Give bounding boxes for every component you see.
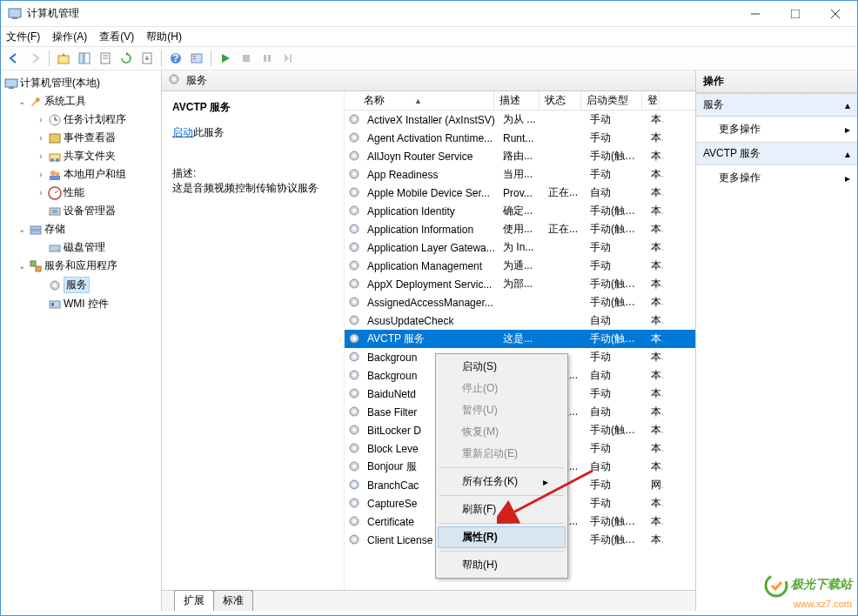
expand-icon[interactable]: › <box>36 151 46 162</box>
refresh-button[interactable] <box>117 49 136 68</box>
collapse-icon: ▴ <box>845 148 850 160</box>
service-row[interactable]: AllJoyn Router Service路由...手动(触发...本 <box>345 147 695 165</box>
maximize-button[interactable] <box>775 1 815 27</box>
svg-rect-16 <box>193 56 196 57</box>
menu-file[interactable]: 文件(F) <box>6 30 40 44</box>
tree-system-tools[interactable]: ⌄ 系统工具 <box>1 92 161 110</box>
col-desc[interactable]: 描述 <box>494 91 540 110</box>
service-row[interactable]: Application Layer Gatewa...为 In...手动本 <box>345 238 695 257</box>
service-row[interactable]: Agent Activation Runtime...Runt...手动本 <box>345 129 695 147</box>
tree-task-scheduler[interactable]: ›任务计划程序 <box>1 110 161 129</box>
tree-device-manager[interactable]: ›设备管理器 <box>1 202 161 220</box>
svg-rect-37 <box>52 210 57 213</box>
minimize-button[interactable] <box>735 1 775 27</box>
expand-icon[interactable]: › <box>36 188 46 198</box>
ctx-help[interactable]: 帮助(H) <box>438 554 566 576</box>
start-link[interactable]: 启动 <box>172 126 193 138</box>
ctx-start[interactable]: 启动(S) <box>438 356 566 378</box>
service-row[interactable]: Application Information使用...正在...手动(触发..… <box>345 220 695 238</box>
play-button[interactable] <box>216 49 235 68</box>
menu-action[interactable]: 操作(A) <box>52 30 87 44</box>
start-service-link-row: 启动此服务 <box>172 125 333 140</box>
service-row[interactable]: Application Management为通...手动本 <box>345 257 695 275</box>
service-row[interactable]: Apple Mobile Device Ser...Prov...正在...自动… <box>345 184 695 202</box>
ctx-refresh[interactable]: 刷新(F) <box>438 499 566 520</box>
svg-rect-15 <box>191 54 202 63</box>
cell-desc: 当用... <box>498 167 543 182</box>
back-button[interactable] <box>4 49 23 68</box>
actions-more-2[interactable]: 更多操作▸ <box>696 165 857 191</box>
service-row[interactable]: AppX Deployment Servic...为部...手动(触发...本 <box>345 275 695 293</box>
tree-performance[interactable]: ›性能 <box>1 184 161 202</box>
actions-header: 操作 <box>696 70 857 93</box>
collapse-icon[interactable]: ⌄ <box>17 97 27 107</box>
expand-icon[interactable]: › <box>36 133 46 144</box>
col-name[interactable]: 名称▲ <box>345 91 494 110</box>
collapse-icon[interactable]: ⌄ <box>17 224 27 235</box>
cell-logon: 本 <box>646 295 663 310</box>
up-button[interactable] <box>54 49 73 68</box>
gear-icon <box>348 113 362 127</box>
stop-button[interactable] <box>237 49 256 68</box>
col-status[interactable]: 状态 <box>540 91 581 110</box>
folder-share-icon <box>48 150 62 164</box>
menu-view[interactable]: 查看(V) <box>99 30 134 44</box>
filter-button[interactable] <box>187 49 206 68</box>
cell-start: 手动(触发... <box>585 423 646 438</box>
tree-storage[interactable]: ⌄存储 <box>1 220 161 238</box>
ctx-resume: 恢复(M) <box>438 421 566 443</box>
cell-start: 手动(触发... <box>585 149 646 164</box>
expand-icon[interactable]: › <box>36 170 46 180</box>
ctx-properties[interactable]: 属性(R) <box>438 526 566 548</box>
event-icon <box>48 131 62 145</box>
service-row[interactable]: Application Identity确定...手动(触发...本 <box>345 202 695 220</box>
service-row[interactable]: AssignedAccessManager...手动(触发...本 <box>345 293 695 311</box>
tree-shared-folders[interactable]: ›共享文件夹 <box>1 147 161 165</box>
actions-section-services[interactable]: 服务▴ <box>696 93 857 117</box>
tree-disk-management[interactable]: ›磁盘管理 <box>1 238 161 257</box>
svg-point-99 <box>766 575 787 596</box>
actions-more-1[interactable]: 更多操作▸ <box>696 117 857 142</box>
actions-section-selected[interactable]: AVCTP 服务▴ <box>696 142 857 165</box>
tree-local-users[interactable]: ›本地用户和组 <box>1 165 161 184</box>
center-title: 服务 <box>186 73 207 88</box>
menu-help[interactable]: 帮助(H) <box>146 30 182 44</box>
tree-wmi[interactable]: ›WMI 控件 <box>1 295 161 313</box>
help-button[interactable]: ? <box>166 49 185 68</box>
restart-button[interactable] <box>278 49 298 68</box>
cell-start: 手动 <box>585 240 646 255</box>
tree-services-apps[interactable]: ⌄服务和应用程序 <box>1 257 161 275</box>
app-icon <box>8 7 22 21</box>
tree-event-viewer[interactable]: ›事件查看器 <box>1 129 161 147</box>
svg-point-55 <box>352 154 356 157</box>
properties-button[interactable] <box>96 49 115 68</box>
svg-point-95 <box>352 519 356 523</box>
menubar: 文件(F) 操作(A) 查看(V) 帮助(H) <box>1 27 857 46</box>
gear-icon <box>348 405 362 419</box>
services-apps-icon <box>29 259 43 273</box>
service-row[interactable]: App Readiness当用...手动本 <box>345 165 695 184</box>
forward-button[interactable] <box>25 49 44 68</box>
show-hide-tree-button[interactable] <box>75 49 94 68</box>
cell-desc: 这是... <box>498 331 543 346</box>
tree-services[interactable]: ›服务 <box>1 275 161 295</box>
service-row[interactable]: ActiveX Installer (AxInstSV)为从 ...手动本 <box>345 110 695 129</box>
col-start[interactable]: 启动类型 <box>581 91 642 110</box>
export-button[interactable] <box>137 49 157 68</box>
description-label: 描述: <box>172 166 333 181</box>
service-row[interactable]: AsusUpdateCheck自动本 <box>345 311 695 330</box>
tree-root[interactable]: 计算机管理(本地) <box>1 74 161 92</box>
gear-icon <box>348 332 362 346</box>
collapse-icon[interactable]: ⌄ <box>17 261 27 271</box>
expand-icon[interactable]: › <box>36 115 46 125</box>
tab-standard[interactable]: 标准 <box>213 590 253 611</box>
pause-button[interactable] <box>258 49 277 68</box>
tab-extended[interactable]: 扩展 <box>174 590 214 611</box>
service-row[interactable]: AVCTP 服务这是...手动(触发...本 <box>345 330 695 348</box>
close-button[interactable] <box>815 1 855 27</box>
ctx-all-tasks[interactable]: 所有任务(K)▸ <box>438 471 566 492</box>
context-menu: 启动(S) 停止(O) 暂停(U) 恢复(M) 重新启动(E) 所有任务(K)▸… <box>435 353 568 579</box>
col-logon[interactable]: 登 <box>642 91 660 110</box>
cell-name: Agent Activation Runtime... <box>362 132 498 144</box>
gear-icon <box>348 424 362 438</box>
